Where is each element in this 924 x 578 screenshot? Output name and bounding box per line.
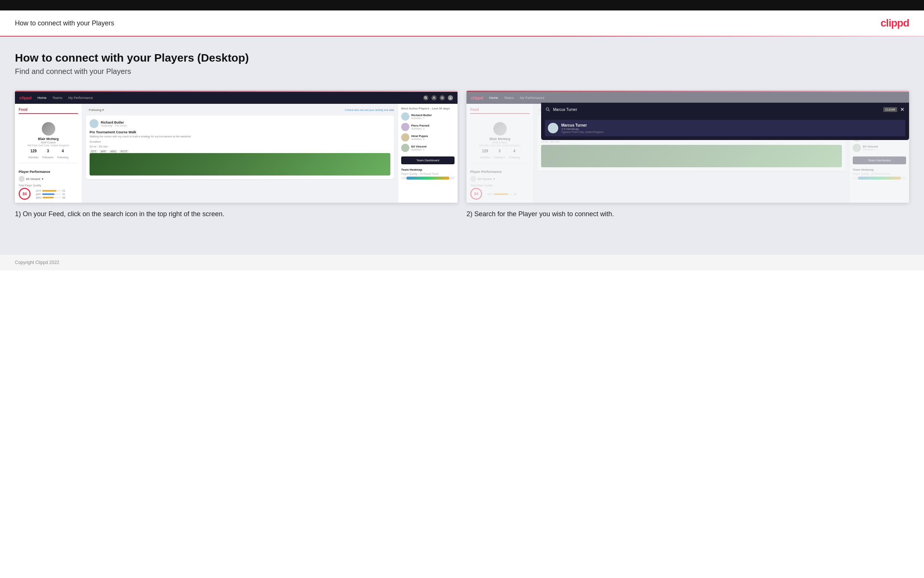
svg-point-0	[425, 97, 427, 99]
following-row-1: Following ▾ Control who can see your act…	[86, 107, 394, 112]
active-player-4: Eli Vincent Activities: 1	[401, 144, 455, 152]
page-title: How to connect with your Players	[15, 19, 114, 27]
svg-point-5	[450, 97, 451, 98]
quality-circle-1: 84	[19, 188, 31, 200]
result-name: Marcus Turner	[561, 123, 604, 127]
footer: Copyright Clippd 2022	[0, 255, 924, 270]
nav-item-home-2: Home	[489, 96, 498, 100]
nav-item-teams-2: Teams	[504, 96, 514, 100]
player-select-1[interactable]: Eli Vincent ▾	[19, 176, 78, 182]
svg-point-3	[442, 97, 443, 98]
activity-desc-1: Walking the course with my coach to buil…	[89, 135, 390, 138]
stat-following-1: 4 Following	[57, 149, 69, 160]
result-avatar	[548, 123, 558, 133]
app-main-1: Following ▾ Control who can see your act…	[82, 104, 398, 203]
search-bar-overlay: Marcus Turner CLEAR ✕	[541, 103, 909, 116]
team-dashboard-btn-1[interactable]: Team Dashboard	[401, 156, 455, 164]
quality-bars-1: OTT 79 APP 70	[36, 190, 65, 199]
screenshot-col-2: clippd Home Teams My Performance Marcus …	[466, 91, 909, 219]
quality-section-1: Total Player Quality 84 OTT 79	[19, 184, 78, 200]
activity-tags-1: OTT APP ARG PUTT	[89, 150, 390, 153]
svg-point-4	[441, 97, 443, 99]
profile-club-2: Mill Ride Golf Club, United Kingdom	[479, 144, 521, 147]
activity-date-1: Yesterday - The Grove	[101, 124, 127, 127]
search-clear-btn[interactable]: CLEAR	[884, 107, 897, 112]
svg-point-2	[433, 97, 434, 98]
activity-name-1: Richard Butler	[101, 120, 127, 124]
screenshot-frame-1: clippd Home Teams My Performance	[15, 91, 458, 203]
active-player-avatar-4	[401, 144, 409, 152]
profile-section-2: Blair McHarg Golf Coach Mill Ride Golf C…	[470, 119, 529, 163]
profile-club-1: Mill Ride Golf Club, United Kingdom	[28, 144, 70, 147]
control-link-1[interactable]: Control who can see your activity and da…	[345, 109, 394, 111]
feed-tab-2: Feed	[470, 107, 529, 114]
screenshot-frame-2: clippd Home Teams My Performance Marcus …	[466, 91, 909, 203]
page-heading: How to connect with your Players (Deskto…	[15, 52, 909, 64]
player-perf-2: Player Performance Eli Vincent ▾ Total P…	[470, 170, 529, 200]
active-player-avatar-3	[401, 133, 409, 141]
profile-stats-1: 129 Activities 3 Followers 4	[28, 149, 68, 160]
player-perf-1: Player Performance Eli Vincent ▾ Total P…	[19, 170, 78, 200]
activity-card-1: Richard Butler Yesterday - The Grove Pre…	[86, 115, 394, 179]
avatar-1	[42, 122, 55, 136]
profile-role-1: Golf Coach	[40, 141, 56, 144]
search-result-item[interactable]: Marcus Turner 1.5 Handicap Cypress Point…	[545, 120, 905, 136]
page-subheading: Find and connect with your Players	[15, 67, 909, 76]
stat-activities-1: 129 Activities	[28, 149, 39, 160]
mock-app-1: clippd Home Teams My Performance	[15, 91, 458, 203]
search-input-mock[interactable]: Marcus Turner	[553, 107, 880, 112]
heatmap-bar-fill-1	[406, 177, 449, 180]
app-body-1: Feed Blair McHarg Golf Coach Mill Ride G…	[15, 104, 458, 203]
settings-icon-1[interactable]	[440, 95, 445, 101]
app-nav-1: clippd Home Teams My Performance	[15, 92, 458, 104]
profile-name-1: Blair McHarg	[38, 137, 59, 141]
active-player-3: Hiral Pujara Activities: 3	[401, 133, 455, 141]
result-club: Cypress Point Club, United Kingdom	[561, 131, 604, 133]
search-icon-1[interactable]	[423, 95, 429, 101]
screenshot-col-1: clippd Home Teams My Performance	[15, 91, 458, 219]
app-nav-2: clippd Home Teams My Performance	[466, 92, 909, 104]
activity-duration-value-1: 02 hr : 00 min	[89, 145, 390, 148]
activity-header-1: Richard Butler Yesterday - The Grove	[89, 119, 390, 128]
profile-role-2: Golf Coach	[492, 141, 507, 144]
right-section-title-1: Most Active Players - Last 30 days	[401, 107, 455, 110]
heatmap-bar-track-1	[401, 177, 455, 180]
nav-item-teams-1: Teams	[52, 96, 62, 100]
player-avatar-sm-1	[19, 176, 24, 182]
heatmap-label-1: Team Heatmap	[401, 168, 455, 171]
caption-1: 1) On your Feed, click on the search ico…	[15, 209, 458, 219]
svg-line-7	[549, 110, 550, 112]
team-heatmap-1: Team Heatmap Player Quality - 20 Round T…	[401, 168, 455, 180]
app-nav-logo-2: clippd	[471, 96, 483, 100]
app-sidebar-1: Feed Blair McHarg Golf Coach Mill Ride G…	[15, 104, 82, 203]
activity-avatar-1	[89, 119, 99, 128]
profile-stats-2: 129 Activities 3 Followers 4	[480, 149, 520, 160]
active-player-1: Richard Butler Activities: 7	[401, 112, 455, 120]
activity-duration-1: Duration	[89, 140, 390, 143]
svg-point-6	[546, 108, 549, 110]
active-player-2: Piers Parnell Activities: 4	[401, 123, 455, 131]
profile-name-2: Blair McHarg	[490, 137, 511, 141]
activity-image-1	[89, 153, 390, 175]
activity-title-1: Pre Tournament Course Walk	[89, 130, 390, 134]
search-icon-2	[545, 107, 550, 112]
mock-app-2: clippd Home Teams My Performance Marcus …	[466, 91, 909, 203]
avatar-icon-1[interactable]	[448, 95, 453, 101]
app-nav-icons-1	[423, 95, 453, 101]
top-bar	[0, 0, 924, 10]
app-sidebar-2: Feed Blair McHarg Golf Coach Mill Ride G…	[466, 104, 534, 203]
main-content: How to connect with your Players (Deskto…	[0, 37, 924, 255]
logo: clippd	[881, 17, 909, 29]
following-btn-1[interactable]: Following ▾	[86, 107, 107, 112]
search-dropdown: Marcus Turner 1.5 Handicap Cypress Point…	[541, 116, 909, 140]
feed-tab-1[interactable]: Feed	[19, 107, 78, 114]
nav-item-home-1: Home	[37, 96, 46, 100]
player-perf-title-1: Player Performance	[19, 170, 78, 174]
search-close-btn[interactable]: ✕	[900, 106, 905, 112]
profile-section-1: Blair McHarg Golf Coach Mill Ride Golf C…	[19, 119, 78, 163]
profile-icon-1[interactable]	[431, 95, 437, 101]
active-player-avatar-2	[401, 123, 409, 131]
nav-item-myperformance-2: My Performance	[520, 96, 544, 100]
copyright: Copyright Clippd 2022	[15, 260, 59, 265]
nav-item-myperformance-1: My Performance	[68, 96, 93, 100]
